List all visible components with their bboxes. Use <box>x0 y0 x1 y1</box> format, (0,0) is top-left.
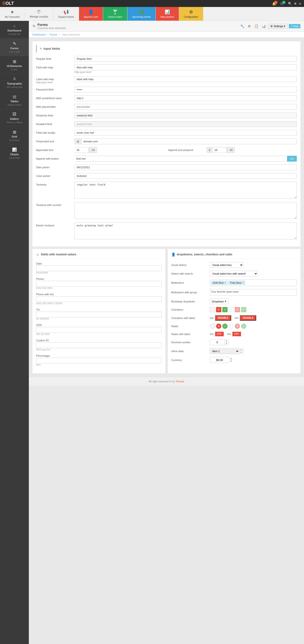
sidebar-item-typography[interactable]: A Typography Your writing style <box>0 74 29 92</box>
phone-mask-input[interactable] <box>36 281 162 286</box>
go-button[interactable]: Go! <box>287 156 297 162</box>
inline-up[interactable]: ▲ <box>239 348 243 351</box>
settings-button[interactable]: ⚙ Settings ▾ <box>268 24 287 29</box>
breadcrumb-dashboard[interactable]: Dashboard <box>33 33 46 36</box>
cb-disable-label2[interactable]: DISABLE <box>240 315 256 321</box>
append-button-input[interactable] <box>75 156 287 162</box>
inline-down[interactable]: ▼ <box>239 351 243 354</box>
tab-cronjobs[interactable]: ⏱ Manage cronjobs <box>25 7 53 21</box>
tab-events[interactable]: 🌿 Upcoming events <box>127 7 156 21</box>
percentage-mask-input[interactable] <box>36 358 162 364</box>
tab-config-label: Configuration <box>184 16 198 18</box>
radio2[interactable]: ✕ <box>216 324 221 329</box>
cb-disable-label1[interactable]: DISABLE <box>215 315 231 321</box>
readonly-field-wrap <box>75 112 297 118</box>
sidebar-item-ui[interactable]: ▦ UI Elements UI kits. <box>0 56 29 74</box>
cb1[interactable] <box>210 307 215 312</box>
radio-toggle-off2[interactable] <box>227 333 231 335</box>
color-picker-input[interactable] <box>75 173 297 179</box>
decimal-up[interactable]: ▲ <box>225 340 228 342</box>
gear-button[interactable]: ⚙ <box>247 24 252 28</box>
radio4[interactable] <box>228 324 234 329</box>
multiselect-tag-box[interactable]: Sloth Bear × Polar Bear × <box>210 280 297 286</box>
date-mask-input[interactable] <box>36 266 162 271</box>
radio-off-label1[interactable]: OFF <box>215 332 224 336</box>
sidebar-item-forms[interactable]: ✎ Forms Forms stuff <box>0 38 29 56</box>
password-field-input[interactable] <box>75 87 297 92</box>
inline-select[interactable]: Item 1 Item 2 Item 3 <box>210 348 239 354</box>
placeholder-field-input[interactable] <box>75 104 297 110</box>
radio1[interactable] <box>210 324 215 329</box>
cb-toggle-off1[interactable] <box>210 317 214 319</box>
currency-down[interactable]: ▼ <box>229 360 233 363</box>
tooltip-field-label: Field with tooltip: <box>36 130 75 134</box>
textarea-input[interactable]: regular text field <box>75 182 297 198</box>
chart-button[interactable]: 📊 <box>261 24 267 28</box>
regular-field-input[interactable] <box>75 56 297 62</box>
multiselect-group-box[interactable]: Your favorite types bear <box>210 289 297 296</box>
copy-button[interactable]: 📋 <box>253 24 259 28</box>
footer-brand-link[interactable]: Themio <box>175 380 184 383</box>
sidebar-item-charts[interactable]: 📊 Charts Visual Data <box>0 144 29 162</box>
tooltip-field-input[interactable] <box>75 130 297 136</box>
append-prepend-input[interactable] <box>212 147 227 153</box>
sidebar-item-gallery[interactable]: 🖼 Gallery Photos & Videos <box>0 109 29 127</box>
multiselect-group-label: Multiselect with group: <box>171 291 210 294</box>
sidebar-item-dashboard[interactable]: ⌂ Dashboard General info <box>0 21 29 38</box>
readonly-field-input[interactable] <box>75 112 297 118</box>
tin-mask-input[interactable] <box>36 312 162 317</box>
textarea-row: Textarea: regular text field <box>36 182 297 199</box>
cb2[interactable]: ✕ <box>216 307 221 312</box>
tab-config[interactable]: ⚙ Configuration <box>179 7 203 21</box>
currency-up[interactable]: ▲ <box>229 357 233 360</box>
notification-cart[interactable]: 🛒 3 <box>280 2 284 6</box>
sidebar-item-tables[interactable]: ▤ Tables Tabular sheets <box>0 92 29 109</box>
usual-select[interactable]: Usual select box Option 2 Option 3 <box>210 262 243 268</box>
cb-toggle-off2[interactable] <box>234 317 238 319</box>
tab-approve[interactable]: 👤 Approve user <box>79 7 103 21</box>
search-icon[interactable]: 🔍 <box>288 2 292 6</box>
prepended-input[interactable] <box>82 138 297 144</box>
decimal-number-input: ▲ ▼ <box>210 339 229 345</box>
currency-value-input[interactable] <box>210 358 229 362</box>
textarea-counter-input[interactable] <box>75 202 297 219</box>
date-picker-input[interactable] <box>75 164 297 170</box>
radio-off-label2[interactable]: OFF <box>232 332 241 336</box>
radio6[interactable]: ✓ <box>241 324 246 329</box>
search-select[interactable]: Usual select box with search <box>210 271 258 276</box>
bootstrap-dropdown-button[interactable]: Dropdown ▾ <box>210 298 228 304</box>
label-help-text: Help goes here! <box>36 81 75 84</box>
radio3[interactable]: ✓ <box>222 324 228 329</box>
wrench-button[interactable]: 🔧 <box>239 24 245 28</box>
predefined-field-input[interactable] <box>75 95 297 101</box>
tab-favourites[interactable]: ★ My Favourites <box>0 7 25 21</box>
notification-bell[interactable]: 🔔 5 <box>272 2 276 6</box>
tag-sloth-bear-close[interactable]: × <box>224 282 226 284</box>
cb3[interactable]: ✓ <box>222 307 228 312</box>
elastic-textarea-input[interactable]: auto growing text area! <box>75 222 297 239</box>
custom-id-mask-input[interactable] <box>36 342 162 348</box>
tag-polar-bear-close[interactable]: × <box>242 282 243 284</box>
tools-icon[interactable]: ✖ <box>294 2 297 6</box>
radio5[interactable]: ✕ <box>235 324 240 329</box>
radio-toggle-off1[interactable] <box>210 333 214 335</box>
field-help-input[interactable] <box>75 64 297 70</box>
tab-orders[interactable]: 🍸 Check orders <box>103 7 127 21</box>
cb5[interactable]: ✕ <box>235 307 240 312</box>
tab-product[interactable]: 📊 New product <box>156 7 179 21</box>
breadcrumb-forms[interactable]: Forms <box>50 33 57 36</box>
decimal-down[interactable]: ▼ <box>225 342 228 345</box>
decimal-value-input[interactable] <box>210 340 224 345</box>
label-help-input[interactable] <box>75 76 297 82</box>
cb4[interactable] <box>228 307 234 312</box>
radio-with-label-items: OFF OFF <box>210 332 297 336</box>
tab-support[interactable]: 📢 Support tickets <box>53 7 79 21</box>
support-icon: 📢 <box>64 9 69 15</box>
ssn-mask-input[interactable] <box>36 327 162 333</box>
arrow-icon[interactable]: ➤ <box>299 2 301 6</box>
cb6[interactable]: ✓ <box>241 307 246 312</box>
help-button[interactable]: ? Help <box>289 24 300 28</box>
appended-input[interactable] <box>75 147 89 153</box>
phone-ext-mask-input[interactable] <box>36 296 162 302</box>
sidebar-item-grid[interactable]: ▦ Grid Overviews <box>0 127 29 144</box>
